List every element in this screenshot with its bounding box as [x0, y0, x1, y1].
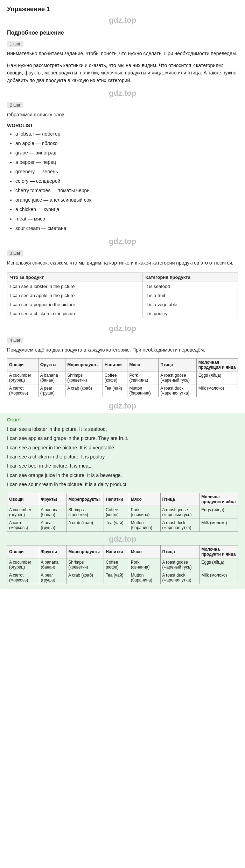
- big-table-header: Напитки: [104, 493, 129, 506]
- big-table-header: Птица: [159, 358, 197, 371]
- watermark-2: gdz.top: [0, 89, 245, 98]
- answer-line: I can see a pepper in the picture. It is…: [7, 444, 238, 451]
- table-cell: I can see a chicken in the picture: [7, 309, 142, 318]
- big-table-cell: A crab (краб): [65, 384, 103, 397]
- answer-bigtable-wrap: ОвощиФруктыМорепродуктыНапиткиМясоПтицаМ…: [7, 490, 238, 533]
- solution-title: Подробное решение: [0, 26, 245, 38]
- answer-lines: I can see a lobster in the picture. It i…: [7, 425, 238, 489]
- big-table-row: A carrot (морковь)A pear (груша)A crab (…: [7, 384, 238, 397]
- big-table-cell: Coffee (кофе): [104, 558, 129, 571]
- big-table-cell: A roast goose (жареный гусь): [160, 558, 200, 571]
- big-table-cell: A roast goose (жареный гусь): [159, 371, 197, 384]
- step-3-table-container: Что за продуктКатегория продуктаI can se…: [0, 270, 245, 323]
- table-cell: It is seafood: [142, 282, 238, 291]
- watermark-5: gdz.top: [0, 402, 245, 411]
- big-table-cell: Shrimps (креветки): [65, 371, 103, 384]
- wordlist-item: cherry tomatoes — томаты черри: [15, 187, 238, 194]
- big-table-cell: Milk (молоко): [196, 384, 238, 397]
- big-table-cell: Milk (молоко): [200, 571, 238, 584]
- step-4-badge: 4 шаг: [7, 337, 23, 343]
- big-table-header: Напитки: [104, 545, 129, 558]
- step-1-badge: 1 шаг: [7, 41, 23, 47]
- big-table-cell: A banana (банан): [39, 558, 66, 571]
- wordlist-item: grape — виноград: [15, 149, 238, 157]
- wordlist-title: WORDLIST: [0, 121, 245, 130]
- table-header: Категория продукта: [142, 273, 238, 282]
- big-table-header: Молочна продукти и яйца: [200, 493, 238, 506]
- page-title: Упражнение 1: [0, 0, 245, 14]
- big-table-cell: A crab (краб): [66, 571, 104, 584]
- table-cell: I can see an apple in the picture: [7, 291, 142, 300]
- big-table-header: Фрукты: [39, 493, 66, 506]
- table-cell: I can see a lobster in the picture: [7, 282, 142, 291]
- wordlist-item: meat — мясо: [15, 215, 238, 223]
- wordlist-item: a chicken — курица: [15, 206, 238, 213]
- big-table-row: A cucumber (огурец)A banana (банан)Shrim…: [7, 371, 238, 384]
- answer-big-table-2: ОвощиФруктыМорепродуктыНапиткиМясоПтицаМ…: [7, 545, 238, 584]
- table-cell: It is poultry: [142, 309, 238, 318]
- big-table-header: Напитки: [103, 358, 127, 371]
- big-table-row: A carrot (морковь)A pear (груша)A crab (…: [7, 519, 238, 531]
- big-table-header: Морепродукты: [66, 493, 104, 506]
- big-table-cell: Eggs (яйца): [200, 506, 238, 519]
- answer-line: I can see apples and grape in the pictur…: [7, 434, 238, 442]
- big-table-cell: A roast duck (жареная утка): [159, 384, 197, 397]
- step-1-text: Внимательно прочитаем задание, чтобы пон…: [0, 49, 245, 60]
- watermark-6: gdz.top: [7, 535, 238, 544]
- big-table-header: Птица: [160, 493, 200, 506]
- wordlist-item: an apple — яблоко: [15, 140, 238, 147]
- table-row: I can see a chicken in the pictureIt is …: [7, 309, 238, 318]
- big-table-cell: Coffee (кофе): [103, 371, 127, 384]
- big-table-cell: A carrot (морковь): [7, 384, 38, 397]
- big-table-cell: A cucumber (огурец): [7, 371, 38, 384]
- answer-line: I can see sour cream in the picture. It …: [7, 480, 238, 488]
- table-cell: It is a fruit: [142, 291, 238, 300]
- wordlist-item: greenery — зелень: [15, 168, 238, 175]
- table-row: I can see a pepper in the pictureIt is a…: [7, 300, 238, 309]
- answer-big-table: ОвощиФруктыМорепродуктыНапиткиМясоПтицаМ…: [7, 493, 238, 532]
- step-4-text: Придумаем ещё по два продукта в каждую к…: [0, 345, 245, 357]
- big-table-header: Мясо: [129, 493, 160, 506]
- big-table-cell: Eggs (яйца): [196, 371, 238, 384]
- big-table-cell: Tea (чай): [104, 571, 129, 584]
- big-table-header: Фрукты: [38, 358, 65, 371]
- big-table-row: A carrot (морковь)A pear (груша)A crab (…: [7, 571, 238, 584]
- big-table-cell: Coffee (кофе): [104, 506, 129, 519]
- big-table-cell: A banana (банан): [39, 506, 66, 519]
- big-table-cell: Mutton (баранина): [127, 384, 159, 397]
- answer-bigtable2-wrap: ОвощиФруктыМорепродуктыНапиткиМясоПтицаМ…: [7, 545, 238, 584]
- big-table-cell: Milk (молоко): [200, 519, 238, 531]
- table-row: I can see a lobster in the pictureIt is …: [7, 282, 238, 291]
- watermark-1: gdz.top: [0, 16, 245, 25]
- step-2-badge: 2 шаг: [7, 102, 23, 108]
- wordlist-item: a lobster — лобстер: [15, 130, 238, 138]
- big-table-cell: Shrimps (креветки): [66, 506, 104, 519]
- big-table-cell: A cucumber (огурец): [7, 506, 39, 519]
- watermark-3: gdz.top: [0, 237, 245, 246]
- big-table-cell: Tea (чай): [103, 384, 127, 397]
- big-table-cell: A cucumber (огурец): [7, 558, 39, 571]
- step-2-text: Обратимся к списку слов.: [0, 110, 245, 122]
- big-table-header: Молочная продукция и яйца: [196, 358, 238, 371]
- big-table-cell: Eggs (яйца): [200, 558, 238, 571]
- step-3-table: Что за продуктКатегория продуктаI can se…: [7, 273, 238, 318]
- answer-line: I can see orange juice in the picture. I…: [7, 471, 238, 479]
- big-table-cell: A roast duck (жареная утка): [160, 571, 200, 584]
- big-table-cell: Tea (чай): [104, 519, 129, 531]
- answer-line: I can see beef in the picture. It is mea…: [7, 462, 238, 470]
- step-4-big-table: ОвощиФруктыМорепродуктыНапиткиМясоПтицаМ…: [7, 358, 238, 397]
- step-4-bigtable-wrap: ОвощиФруктыМорепродуктыНапиткиМясоПтицаМ…: [0, 357, 245, 400]
- table-row: I can see an apple in the pictureIt is a…: [7, 291, 238, 300]
- wordlist-item: a pepper — перец: [15, 159, 238, 166]
- wordlist-item: orange juice — апельсиновый сок: [15, 196, 238, 204]
- big-table-cell: Shrimps (креветки): [66, 558, 104, 571]
- big-table-header: Овощи: [7, 493, 39, 506]
- big-table-cell: Mutton (баранина): [129, 571, 160, 584]
- big-table-row: A cucumber (огурец)A banana (банан)Shrim…: [7, 506, 238, 519]
- big-table-cell: A roast duck (жареная утка): [160, 519, 200, 531]
- answer-box: Ответ I can see a lobster in the picture…: [0, 413, 245, 589]
- big-table-cell: A pear (груша): [39, 571, 66, 584]
- big-table-header: Фрукты: [39, 545, 66, 558]
- big-table-cell: A pear (груша): [39, 519, 66, 531]
- table-cell: I can see a pepper in the picture: [7, 300, 142, 309]
